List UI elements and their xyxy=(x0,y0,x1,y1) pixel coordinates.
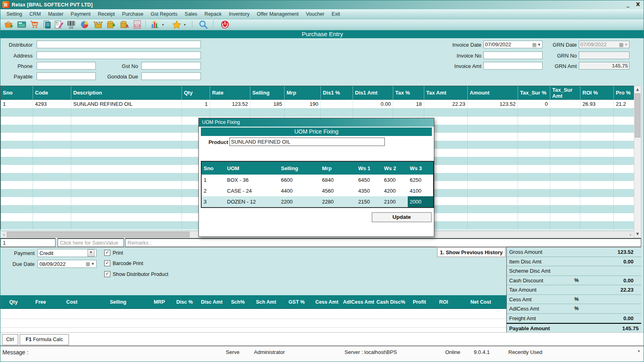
ucell[interactable]: 2150 xyxy=(356,196,382,207)
gst-no-input[interactable] xyxy=(141,62,201,70)
cell-tax-pct[interactable]: 18 xyxy=(393,100,424,109)
cell-mrp[interactable]: 190 xyxy=(285,100,321,109)
col-rate[interactable]: Rate xyxy=(210,86,250,100)
col-sno[interactable]: Sno xyxy=(1,86,33,100)
ucell[interactable]: BOX - 36 xyxy=(225,175,279,185)
ucell[interactable]: 4350 xyxy=(356,185,382,196)
show-previous-history-button[interactable]: 1. Show Previous History xyxy=(437,247,506,257)
billing-copy-icon[interactable] xyxy=(42,20,52,29)
col-amount[interactable]: Amount xyxy=(468,86,518,100)
cart-icon[interactable] xyxy=(30,20,39,29)
ucell[interactable]: 6840 xyxy=(320,175,356,185)
uom-row-dozen[interactable]: 3 DOZEN - 12 2200 2280 2150 2100 2000 xyxy=(202,196,433,207)
chart-dropdown-caret[interactable]: ▾ xyxy=(162,23,164,27)
ucell[interactable]: 4400 xyxy=(279,185,320,196)
ucell[interactable]: CASE - 24 xyxy=(225,185,279,196)
col-dis1-pct[interactable]: Dis1 % xyxy=(321,86,353,100)
col-roi-pct[interactable]: ROI % xyxy=(580,86,614,100)
due-date-picker[interactable]: 08/09/2022 ▦ ▼ xyxy=(37,260,97,268)
ucell[interactable]: 6450 xyxy=(356,175,382,185)
ucell[interactable]: DOZEN - 12 xyxy=(225,196,279,207)
power-icon[interactable] xyxy=(220,20,230,29)
ctrl-button[interactable]: Ctrl xyxy=(2,334,18,345)
cell-roi-pct[interactable]: 26.93 xyxy=(580,100,614,109)
cell-selling[interactable]: 185 xyxy=(250,100,285,109)
phone-input[interactable] xyxy=(37,62,96,70)
col-mrp[interactable]: Mrp xyxy=(285,86,321,100)
scroll-up-icon[interactable]: ▲ xyxy=(634,86,641,93)
scroll-right-icon[interactable]: › xyxy=(627,232,633,238)
show-distributor-checkbox[interactable]: ✓ Show Distributor Product xyxy=(104,271,168,277)
uom-row-box[interactable]: 1 BOX - 36 6600 6840 6450 6300 6250 xyxy=(202,175,433,185)
cell-description[interactable]: SUNLAND REFINED OIL xyxy=(71,100,182,109)
cell-dis1-pct[interactable] xyxy=(321,100,353,109)
ucell[interactable]: 1 xyxy=(202,175,225,185)
sales-value-link[interactable]: Click here for SalesValue xyxy=(58,238,124,247)
outward-box-icon[interactable]: A xyxy=(120,20,129,29)
ucell[interactable]: 3 xyxy=(202,196,225,207)
horizontal-scroll-thumb[interactable] xyxy=(7,232,190,237)
vertical-scrollbar[interactable]: ▲ ▼ xyxy=(634,86,641,238)
menu-purchase[interactable]: Purchase xyxy=(118,9,147,19)
menu-repack[interactable]: Repack xyxy=(201,9,225,19)
col-taxsur-pct[interactable]: Tax_Sur % xyxy=(518,86,550,100)
basket-add-icon[interactable] xyxy=(4,20,13,29)
ucell[interactable]: 4560 xyxy=(320,185,356,196)
cell-code[interactable]: 4293 xyxy=(33,100,71,109)
bar-chart-icon[interactable] xyxy=(150,20,160,29)
cell-taxsur-amt[interactable] xyxy=(550,100,580,109)
menu-setting[interactable]: Setting xyxy=(3,9,26,19)
ucell[interactable]: 4200 xyxy=(382,185,408,196)
col-pro-pct[interactable]: Pro % xyxy=(614,86,634,100)
ucell[interactable]: 4100 xyxy=(408,185,433,196)
cell-qty[interactable]: 1 xyxy=(182,100,210,109)
menu-receipt[interactable]: Receipt xyxy=(94,9,118,19)
line-number-box[interactable]: 1 xyxy=(0,238,56,247)
cell-rate[interactable]: 123.52 xyxy=(210,100,250,109)
favorites-dropdown-caret[interactable]: ▾ xyxy=(184,23,186,27)
update-button[interactable]: Update xyxy=(372,212,431,222)
address-input[interactable] xyxy=(37,51,201,59)
search-icon[interactable] xyxy=(198,20,208,29)
invoice-no-input[interactable] xyxy=(483,51,543,59)
ucell-selected[interactable]: 2000 xyxy=(408,196,433,207)
gondola-due-input[interactable] xyxy=(141,72,201,80)
menu-gst-reports[interactable]: Gst Reports xyxy=(147,9,181,19)
cell-sno[interactable]: 1 xyxy=(1,100,33,109)
sales-form-icon[interactable] xyxy=(17,20,27,29)
cell-tax-amt[interactable]: 22.23 xyxy=(424,100,468,109)
ucell[interactable]: 2280 xyxy=(320,196,356,207)
distributor-input[interactable] xyxy=(37,41,201,48)
menu-voucher[interactable]: Voucher xyxy=(302,9,328,19)
menu-offer-management[interactable]: Offer Management xyxy=(253,9,302,19)
print-checkbox[interactable]: ✓ Print xyxy=(104,250,123,256)
pie-chart-icon[interactable] xyxy=(80,20,90,29)
col-qty[interactable]: Qty xyxy=(182,86,210,100)
col-tax-pct[interactable]: Tax % xyxy=(393,86,424,100)
favorites-star-icon[interactable] xyxy=(172,20,182,29)
status-recently-used[interactable]: Recently Used xyxy=(508,349,543,355)
payable-input[interactable] xyxy=(37,72,96,80)
col-selling[interactable]: Selling xyxy=(250,86,285,100)
product-input[interactable] xyxy=(229,138,385,146)
vertical-scroll-thumb[interactable] xyxy=(635,93,640,138)
close-button[interactable]: X xyxy=(634,1,642,7)
menu-payment[interactable]: Payment xyxy=(67,9,94,19)
col-taxsur-amt[interactable]: Tax_Sur Amt xyxy=(550,86,580,100)
menu-master[interactable]: Master xyxy=(44,9,67,19)
chevron-down-icon[interactable]: ▼ xyxy=(87,249,95,257)
cell-amount[interactable]: 123.52 xyxy=(468,100,518,109)
col-code[interactable]: Code xyxy=(33,86,71,100)
col-tax-amt[interactable]: Tax Amt xyxy=(424,86,468,100)
cell-dis1-amt[interactable]: 0.00 xyxy=(353,100,393,109)
menu-exit[interactable]: Exit xyxy=(328,9,344,19)
open-box-icon[interactable] xyxy=(93,20,103,29)
gst-report-icon[interactable]: GST xyxy=(132,20,142,29)
invoice-date-picker[interactable]: 07/09/2022 ▦▼ xyxy=(483,41,543,48)
col-description[interactable]: Description xyxy=(71,86,182,100)
order-checklist-icon[interactable] xyxy=(54,20,64,29)
formula-calc-button[interactable]: F1 Formula Calc xyxy=(20,334,69,345)
uom-row-case[interactable]: 2 CASE - 24 4400 4560 4350 4200 4100 xyxy=(202,185,433,196)
menu-crm[interactable]: CRM xyxy=(26,9,44,19)
ucell[interactable]: 2 xyxy=(202,185,225,196)
